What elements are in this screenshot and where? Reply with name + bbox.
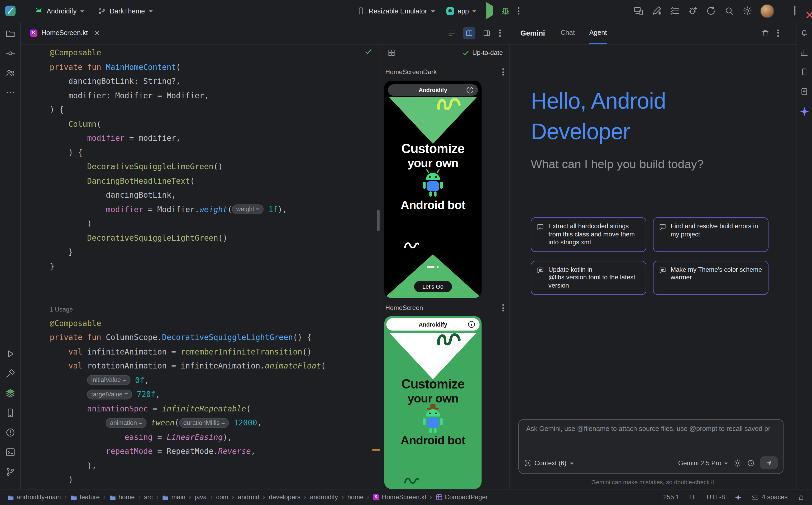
code-line[interactable]: private fun ColumnScope.DecorativeSquigg… xyxy=(21,331,381,345)
layout-inspector-toolwindow-button[interactable] xyxy=(798,85,811,98)
code-line[interactable]: Column( xyxy=(21,117,381,132)
code-line[interactable]: private fun MainHomeContent( xyxy=(21,60,381,74)
code-line[interactable]: targetValue = 720f, xyxy=(21,387,381,402)
breadcrumb-item[interactable]: main xyxy=(162,494,186,501)
preview-build-status[interactable]: Up-to-date xyxy=(462,49,503,56)
gemini-prompt-input[interactable] xyxy=(525,425,779,433)
problems-toolwindow-button[interactable] xyxy=(2,425,18,441)
gemini-options-button[interactable] xyxy=(776,28,780,37)
breadcrumb-item[interactable]: com xyxy=(216,494,228,501)
code-line[interactable]: DancingBotHeadlineText( xyxy=(21,174,381,188)
send-button[interactable] xyxy=(760,456,778,469)
task-list-button[interactable] xyxy=(670,6,680,16)
profiler-toolwindow-button[interactable] xyxy=(798,46,811,59)
tab-close-icon[interactable]: ✕ xyxy=(94,29,100,36)
project-toolwindow-button[interactable] xyxy=(2,26,18,41)
code-line[interactable]: ) xyxy=(21,473,381,487)
breadcrumb-item[interactable]: androidify xyxy=(310,494,338,501)
editor-options-button[interactable] xyxy=(498,28,502,37)
terminal-toolwindow-button[interactable] xyxy=(2,444,18,460)
breadcrumb-item[interactable]: android xyxy=(238,494,259,501)
more-run-options-button[interactable] xyxy=(517,6,521,16)
model-selector[interactable]: Gemini 2.5 Pro xyxy=(678,459,728,466)
run-configuration-selector[interactable]: app xyxy=(444,5,479,17)
inspections-status-button[interactable] xyxy=(365,48,372,57)
debug-button[interactable] xyxy=(500,6,511,16)
breadcrumb-item[interactable]: developers xyxy=(269,494,301,501)
code-line[interactable]: val infiniteAnimation = rememberInfinite… xyxy=(21,345,381,359)
gemini-suggestion-card[interactable]: Find and resolve build errors in my proj… xyxy=(653,217,769,252)
code-line[interactable]: easing = LinearEasing), xyxy=(21,430,381,444)
tab-homescreen-kt[interactable]: K HomeScreen.kt ✕ xyxy=(30,22,100,44)
device-selector[interactable]: Resizable Emulator xyxy=(354,5,437,17)
code-line[interactable] xyxy=(21,288,381,302)
settings-button[interactable] xyxy=(742,6,752,16)
gemini-suggestion-card[interactable]: Extract all hardcoded strings from this … xyxy=(531,217,646,252)
project-selector[interactable]: Androidify xyxy=(32,5,87,17)
notifications-button[interactable] xyxy=(798,26,811,39)
device-explorer-toolwindow-button[interactable] xyxy=(798,65,811,78)
preview-homescreen[interactable]: Androidify i Customize your own Android … xyxy=(384,316,482,489)
more-toolwindows-button[interactable] xyxy=(2,85,18,101)
code-line[interactable]: ), xyxy=(21,459,381,473)
tab-agent[interactable]: Agent xyxy=(589,22,607,44)
code-line[interactable]: dancingBotLink: String?, xyxy=(21,74,381,89)
code-line[interactable]: } xyxy=(21,260,381,274)
gemini-settings-button[interactable] xyxy=(733,459,741,467)
breadcrumb-item[interactable]: androidify-main xyxy=(7,494,61,501)
preview-gallery-button[interactable] xyxy=(387,49,395,57)
preview-card-menu-button[interactable] xyxy=(501,303,505,312)
code-line[interactable]: animationSpec = infiniteRepeatable( xyxy=(21,402,381,416)
editor-scrollbar[interactable] xyxy=(377,209,380,231)
breadcrumb-item[interactable]: java xyxy=(195,494,207,501)
code-line[interactable]: DecorativeSquiggleLimeGreen() xyxy=(21,160,381,174)
collaboration-toolwindow-button[interactable] xyxy=(2,65,18,80)
code-editor[interactable]: @Composableprivate fun MainHomeContent( … xyxy=(21,44,381,489)
code-line[interactable]: ) xyxy=(21,217,381,231)
run-button[interactable] xyxy=(485,6,494,16)
gemini-prompt-box[interactable]: Context (6) Gemini 2.5 Pro xyxy=(518,419,784,474)
caret-position-widget[interactable]: 255:1 xyxy=(663,494,679,501)
indent-widget[interactable]: 4 spaces xyxy=(751,494,788,501)
code-line[interactable]: dancingBotLink, xyxy=(21,188,381,203)
line-separator-widget[interactable]: LF xyxy=(689,494,697,501)
lets-go-button[interactable]: Let's Go xyxy=(414,281,452,292)
clear-conversation-button[interactable] xyxy=(761,29,770,37)
code-line[interactable]: animation = tween(durationMillis = 12000… xyxy=(21,416,381,430)
breadcrumb-item[interactable]: KHomeScreen.kt xyxy=(373,494,426,501)
gemini-suggestion-card[interactable]: Update kotlin in @libs.version.toml to t… xyxy=(531,261,646,295)
split-editor-button[interactable] xyxy=(463,27,475,39)
tab-chat[interactable]: Chat xyxy=(561,22,575,44)
preview-mode-button[interactable] xyxy=(481,27,493,39)
device-manager-toolwindow-button[interactable] xyxy=(2,405,18,420)
breadcrumb-item[interactable]: CompactPager xyxy=(436,494,488,501)
code-line[interactable] xyxy=(21,274,381,288)
encoding-widget[interactable]: UTF-8 xyxy=(707,494,725,501)
code-line[interactable]: modifier = modifier, xyxy=(21,132,381,146)
app-quality-insights-button[interactable] xyxy=(2,385,18,401)
code-line[interactable]: ) { xyxy=(21,103,381,117)
context-selector[interactable]: Context (6) xyxy=(524,459,574,466)
code-line[interactable]: modifier = Modifier.weight(weight = 1f), xyxy=(21,203,381,217)
breadcrumb-item[interactable]: home xyxy=(347,494,363,501)
code-line[interactable]: repeatMode = RepeatMode.Reverse, xyxy=(21,444,381,459)
breadcrumb-item[interactable]: feature xyxy=(70,494,100,501)
preview-card-menu-button[interactable] xyxy=(501,67,505,76)
code-line[interactable]: @Composable xyxy=(21,316,381,331)
code-line[interactable]: 1 Usage xyxy=(21,302,381,316)
gemini-toolwindow-button[interactable] xyxy=(798,105,811,118)
code-line[interactable]: val rotationAnimation = infiniteAnimatio… xyxy=(21,359,381,373)
ai-bug-button[interactable] xyxy=(688,6,698,16)
editor-view-mode-button[interactable] xyxy=(445,27,458,39)
code-line[interactable]: DecorativeSquiggleLightGreen() xyxy=(21,231,381,245)
sync-button[interactable] xyxy=(706,6,716,16)
commit-toolwindow-button[interactable] xyxy=(2,46,18,61)
code-line[interactable]: @Composable xyxy=(21,46,381,60)
user-avatar[interactable] xyxy=(760,4,774,18)
device-mirroring-button[interactable] xyxy=(633,6,644,16)
code-line[interactable]: initialValue = 0f, xyxy=(21,373,381,387)
code-line[interactable]: modifier: Modifier = Modifier, xyxy=(21,89,381,103)
window-maximize-button[interactable] xyxy=(793,6,797,16)
version-control-toolwindow-button[interactable] xyxy=(2,464,18,480)
search-everywhere-button[interactable] xyxy=(724,6,734,16)
